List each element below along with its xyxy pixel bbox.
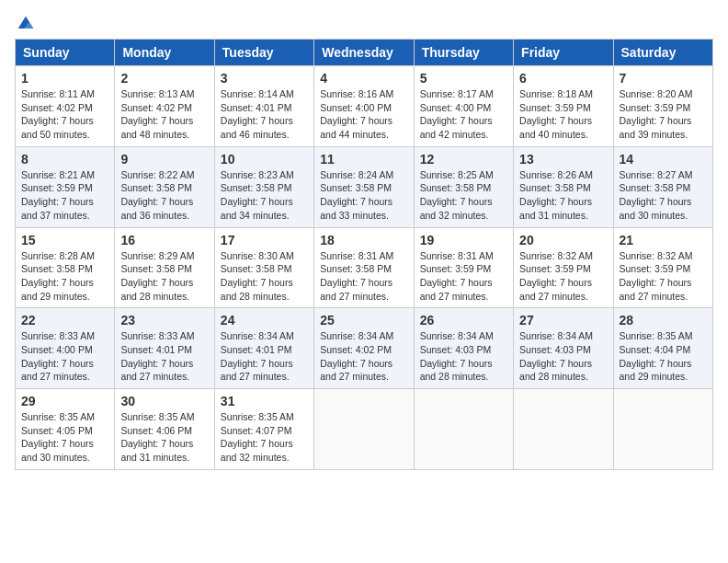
calendar-day-cell: 30 Sunrise: 8:35 AMSunset: 4:06 PMDaylig…	[115, 389, 214, 470]
calendar-day-cell: 21 Sunrise: 8:32 AMSunset: 3:59 PMDaylig…	[613, 227, 712, 308]
calendar-day-cell: 12 Sunrise: 8:25 AMSunset: 3:58 PMDaylig…	[414, 146, 513, 227]
calendar-day-header: Sunday	[16, 40, 115, 66]
day-info: Sunrise: 8:24 AMSunset: 3:58 PMDaylight:…	[320, 168, 407, 223]
day-number: 3	[221, 71, 308, 86]
calendar-day-cell: 2 Sunrise: 8:13 AMSunset: 4:02 PMDayligh…	[115, 66, 214, 147]
calendar-day-cell: 19 Sunrise: 8:31 AMSunset: 3:59 PMDaylig…	[414, 227, 513, 308]
day-number: 7	[620, 71, 707, 86]
calendar-day-cell: 20 Sunrise: 8:32 AMSunset: 3:59 PMDaylig…	[514, 227, 613, 308]
day-info: Sunrise: 8:27 AMSunset: 3:58 PMDaylight:…	[620, 168, 707, 223]
day-number: 2	[120, 71, 208, 86]
calendar-day-cell: 1 Sunrise: 8:11 AMSunset: 4:02 PMDayligh…	[16, 66, 115, 147]
day-number: 28	[620, 313, 707, 327]
calendar-day-header: Friday	[514, 40, 613, 66]
calendar-week-row: 8 Sunrise: 8:21 AMSunset: 3:59 PMDayligh…	[16, 146, 713, 227]
day-number: 8	[21, 152, 108, 167]
day-number: 1	[21, 71, 108, 86]
calendar-day-cell: 27 Sunrise: 8:34 AMSunset: 4:03 PMDaylig…	[514, 308, 613, 389]
day-info: Sunrise: 8:35 AMSunset: 4:07 PMDaylight:…	[221, 410, 308, 465]
day-number: 13	[519, 152, 607, 167]
calendar-day-cell: 14 Sunrise: 8:27 AMSunset: 3:58 PMDaylig…	[613, 146, 712, 227]
day-info: Sunrise: 8:29 AMSunset: 3:58 PMDaylight:…	[120, 249, 208, 304]
day-number: 23	[120, 313, 208, 327]
day-info: Sunrise: 8:26 AMSunset: 3:58 PMDaylight:…	[519, 168, 607, 223]
calendar-day-cell: 18 Sunrise: 8:31 AMSunset: 3:58 PMDaylig…	[314, 227, 414, 308]
day-info: Sunrise: 8:35 AMSunset: 4:04 PMDaylight:…	[620, 329, 707, 384]
day-number: 6	[519, 71, 607, 86]
day-number: 11	[320, 152, 407, 167]
calendar-day-cell	[613, 389, 712, 470]
day-info: Sunrise: 8:31 AMSunset: 3:58 PMDaylight:…	[320, 249, 407, 304]
day-info: Sunrise: 8:35 AMSunset: 4:05 PMDaylight:…	[21, 410, 108, 465]
calendar-day-cell: 15 Sunrise: 8:28 AMSunset: 3:58 PMDaylig…	[16, 227, 115, 308]
day-info: Sunrise: 8:32 AMSunset: 3:59 PMDaylight:…	[519, 249, 607, 304]
calendar-day-cell: 7 Sunrise: 8:20 AMSunset: 3:59 PMDayligh…	[613, 66, 712, 147]
calendar-day-cell: 23 Sunrise: 8:33 AMSunset: 4:01 PMDaylig…	[115, 308, 214, 389]
day-number: 5	[420, 71, 507, 86]
day-number: 19	[420, 233, 507, 247]
day-info: Sunrise: 8:33 AMSunset: 4:00 PMDaylight:…	[21, 329, 108, 384]
calendar-day-cell: 24 Sunrise: 8:34 AMSunset: 4:01 PMDaylig…	[214, 308, 313, 389]
calendar-day-cell: 29 Sunrise: 8:35 AMSunset: 4:05 PMDaylig…	[16, 389, 115, 470]
calendar-day-cell: 22 Sunrise: 8:33 AMSunset: 4:00 PMDaylig…	[16, 308, 115, 389]
day-number: 4	[320, 71, 407, 86]
calendar-week-row: 1 Sunrise: 8:11 AMSunset: 4:02 PMDayligh…	[16, 66, 713, 147]
day-number: 29	[21, 394, 108, 408]
calendar-day-cell: 25 Sunrise: 8:34 AMSunset: 4:02 PMDaylig…	[314, 308, 414, 389]
calendar-header-row: SundayMondayTuesdayWednesdayThursdayFrid…	[16, 40, 713, 66]
day-info: Sunrise: 8:33 AMSunset: 4:01 PMDaylight:…	[120, 329, 208, 384]
calendar-day-cell: 28 Sunrise: 8:35 AMSunset: 4:04 PMDaylig…	[613, 308, 712, 389]
day-info: Sunrise: 8:35 AMSunset: 4:06 PMDaylight:…	[120, 410, 208, 465]
calendar-day-cell: 31 Sunrise: 8:35 AMSunset: 4:07 PMDaylig…	[214, 389, 313, 470]
calendar-day-cell	[514, 389, 613, 470]
day-info: Sunrise: 8:13 AMSunset: 4:02 PMDaylight:…	[120, 87, 208, 142]
calendar-day-header: Tuesday	[214, 40, 313, 66]
day-info: Sunrise: 8:16 AMSunset: 4:00 PMDaylight:…	[320, 87, 407, 142]
day-number: 30	[120, 394, 208, 408]
day-info: Sunrise: 8:18 AMSunset: 3:59 PMDaylight:…	[519, 87, 607, 142]
calendar-day-cell: 16 Sunrise: 8:29 AMSunset: 3:58 PMDaylig…	[115, 227, 214, 308]
day-info: Sunrise: 8:34 AMSunset: 4:03 PMDaylight:…	[420, 329, 507, 384]
day-number: 15	[21, 233, 108, 247]
calendar-day-cell: 17 Sunrise: 8:30 AMSunset: 3:58 PMDaylig…	[214, 227, 313, 308]
day-number: 25	[320, 313, 407, 327]
day-info: Sunrise: 8:22 AMSunset: 3:58 PMDaylight:…	[120, 168, 208, 223]
day-number: 17	[221, 233, 308, 247]
day-info: Sunrise: 8:14 AMSunset: 4:01 PMDaylight:…	[221, 87, 308, 142]
calendar-day-cell: 26 Sunrise: 8:34 AMSunset: 4:03 PMDaylig…	[414, 308, 513, 389]
day-info: Sunrise: 8:28 AMSunset: 3:58 PMDaylight:…	[21, 249, 108, 304]
day-number: 12	[420, 152, 507, 167]
calendar-week-row: 29 Sunrise: 8:35 AMSunset: 4:05 PMDaylig…	[16, 389, 713, 470]
calendar-day-cell: 3 Sunrise: 8:14 AMSunset: 4:01 PMDayligh…	[214, 66, 313, 147]
day-info: Sunrise: 8:20 AMSunset: 3:59 PMDaylight:…	[620, 87, 707, 142]
day-number: 21	[620, 233, 707, 247]
calendar-day-cell: 5 Sunrise: 8:17 AMSunset: 4:00 PMDayligh…	[414, 66, 513, 147]
day-info: Sunrise: 8:11 AMSunset: 4:02 PMDaylight:…	[21, 87, 108, 142]
day-info: Sunrise: 8:34 AMSunset: 4:02 PMDaylight:…	[320, 329, 407, 384]
calendar-day-cell: 6 Sunrise: 8:18 AMSunset: 3:59 PMDayligh…	[514, 66, 613, 147]
calendar-day-cell: 4 Sunrise: 8:16 AMSunset: 4:00 PMDayligh…	[314, 66, 414, 147]
day-number: 14	[620, 152, 707, 167]
day-info: Sunrise: 8:31 AMSunset: 3:59 PMDaylight:…	[420, 249, 507, 304]
calendar-week-row: 15 Sunrise: 8:28 AMSunset: 3:58 PMDaylig…	[16, 227, 713, 308]
page-header	[15, 15, 713, 28]
day-info: Sunrise: 8:30 AMSunset: 3:58 PMDaylight:…	[221, 249, 308, 304]
calendar-day-header: Wednesday	[314, 40, 414, 66]
day-number: 27	[519, 313, 607, 327]
day-info: Sunrise: 8:23 AMSunset: 3:58 PMDaylight:…	[221, 168, 308, 223]
day-info: Sunrise: 8:21 AMSunset: 3:59 PMDaylight:…	[21, 168, 108, 223]
day-info: Sunrise: 8:34 AMSunset: 4:03 PMDaylight:…	[519, 329, 607, 384]
logo-icon	[17, 15, 35, 33]
day-info: Sunrise: 8:25 AMSunset: 3:58 PMDaylight:…	[420, 168, 507, 223]
day-number: 26	[420, 313, 507, 327]
day-info: Sunrise: 8:32 AMSunset: 3:59 PMDaylight:…	[620, 249, 707, 304]
day-info: Sunrise: 8:17 AMSunset: 4:00 PMDaylight:…	[420, 87, 507, 142]
day-info: Sunrise: 8:34 AMSunset: 4:01 PMDaylight:…	[221, 329, 308, 384]
day-number: 20	[519, 233, 607, 247]
calendar-day-cell: 9 Sunrise: 8:22 AMSunset: 3:58 PMDayligh…	[115, 146, 214, 227]
day-number: 16	[120, 233, 208, 247]
day-number: 24	[221, 313, 308, 327]
calendar-day-cell	[414, 389, 513, 470]
calendar-day-header: Monday	[115, 40, 214, 66]
calendar-day-cell: 10 Sunrise: 8:23 AMSunset: 3:58 PMDaylig…	[214, 146, 313, 227]
